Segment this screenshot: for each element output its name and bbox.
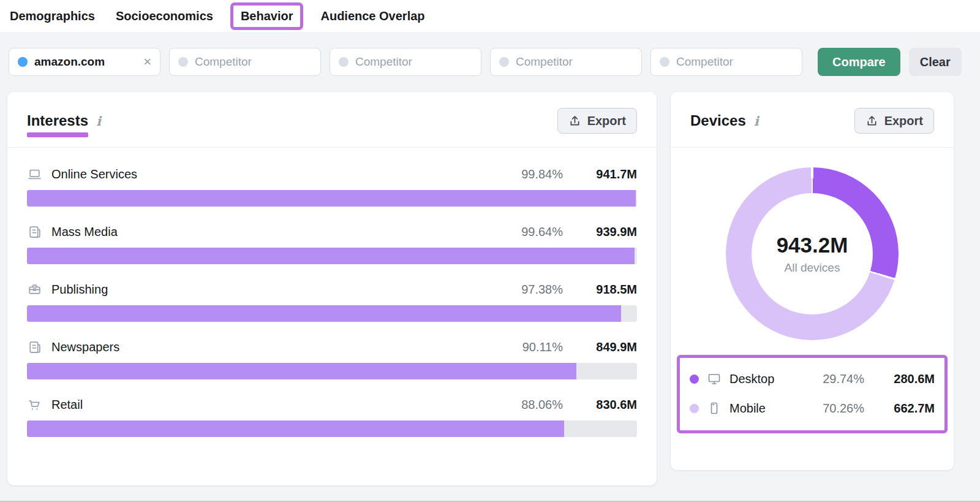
desktop-series-dot	[690, 375, 699, 384]
interests-export-button[interactable]: Export	[557, 108, 637, 134]
briefcase-icon	[27, 282, 42, 297]
interest-value: 849.9M	[583, 340, 637, 354]
interest-value: 830.6M	[583, 398, 637, 412]
devices-card: Devices i Export 943.2M All devices	[671, 92, 954, 470]
interest-label: Online Services	[51, 167, 137, 181]
interest-bar-track	[27, 420, 637, 437]
primary-domain-chip[interactable]: amazon.com ×	[9, 48, 160, 76]
competitor-input-3[interactable]	[490, 48, 642, 76]
interest-label: Retail	[51, 398, 83, 412]
compare-button[interactable]: Compare	[818, 48, 900, 76]
legend-value: 662.7M	[882, 401, 935, 416]
interest-row: Publishing 97.38% 918.5M	[27, 282, 637, 322]
domain-filter-row: amazon.com × Compare Clear	[0, 33, 980, 76]
interest-bar-fill	[27, 190, 636, 207]
interest-value: 939.9M	[583, 225, 637, 239]
legend-label: Mobile	[729, 401, 766, 416]
clear-button[interactable]: Clear	[909, 48, 962, 76]
monitor-icon	[707, 371, 722, 386]
devices-info-icon[interactable]: i	[754, 113, 759, 129]
interest-bar-fill	[27, 420, 564, 437]
interest-percent: 90.11%	[516, 340, 563, 354]
interest-percent: 97.38%	[516, 283, 563, 297]
interest-bar-track	[27, 363, 637, 379]
devices-card-header: Devices i Export	[671, 92, 954, 148]
interests-title-annotation-underline	[27, 132, 88, 137]
competitor-color-dot	[660, 57, 669, 67]
competitor-color-dot	[339, 57, 349, 67]
devices-total-label: All devices	[785, 261, 840, 275]
interest-bar-fill	[27, 248, 635, 264]
interest-value: 941.7M	[583, 167, 637, 181]
competitor-field-2[interactable]	[355, 55, 472, 69]
interest-bar-track	[27, 190, 637, 207]
competitor-input-1[interactable]	[169, 48, 321, 76]
legend-row-mobile: Mobile 70.26% 662.7M	[690, 394, 935, 423]
competitor-color-dot	[499, 57, 509, 67]
interests-card: Interests i Export Online Services 99.84…	[7, 92, 657, 485]
newspaper-icon	[27, 224, 42, 240]
interest-label: Mass Media	[51, 225, 118, 239]
devices-total-value: 943.2M	[777, 233, 848, 257]
legend-row-desktop: Desktop 29.74% 280.6M	[690, 364, 935, 394]
devices-export-button[interactable]: Export	[854, 108, 934, 134]
competitor-input-4[interactable]	[650, 48, 802, 76]
report-content: Interests i Export Online Services 99.84…	[0, 76, 980, 485]
devices-donut-center: 943.2M All devices	[752, 193, 873, 314]
legend-percent: 29.74%	[823, 372, 864, 386]
interests-title: Interests	[27, 112, 88, 129]
interests-card-header: Interests i Export	[7, 92, 657, 148]
primary-domain-label: amazon.com	[34, 55, 137, 69]
newspaper-icon	[27, 340, 42, 355]
export-upload-icon	[865, 115, 878, 127]
phone-icon	[707, 401, 722, 416]
report-tabs-bar: Demographics Socioeconomics Behavior Aud…	[0, 0, 980, 33]
export-label: Export	[587, 114, 626, 128]
legend-value: 280.6M	[882, 372, 935, 386]
interest-percent: 99.64%	[516, 225, 563, 239]
competitor-field-1[interactable]	[195, 55, 312, 69]
interest-percent: 99.84%	[516, 167, 563, 181]
tab-demographics[interactable]: Demographics	[10, 9, 95, 23]
interest-label: Publishing	[51, 283, 108, 297]
interest-value: 918.5M	[583, 283, 637, 297]
interests-info-icon[interactable]: i	[96, 113, 101, 129]
devices-legend-annotation-box: Desktop 29.74% 280.6M Mobile 70.26% 662.…	[677, 355, 948, 433]
competitor-input-2[interactable]	[330, 48, 481, 76]
devices-title: Devices	[690, 112, 746, 129]
export-upload-icon	[568, 115, 581, 127]
competitor-field-4[interactable]	[676, 55, 793, 69]
competitor-color-dot	[178, 57, 188, 67]
devices-donut-chart: 943.2M All devices	[671, 167, 954, 340]
laptop-icon	[27, 167, 42, 182]
interest-row: Retail 88.06% 830.6M	[27, 397, 637, 437]
devices-donut-ring: 943.2M All devices	[726, 167, 899, 340]
tab-audience-overlap[interactable]: Audience Overlap	[320, 9, 424, 23]
interest-percent: 88.06%	[516, 398, 563, 412]
domain-color-dot	[18, 57, 28, 67]
shopping-cart-icon	[27, 397, 42, 413]
remove-domain-icon[interactable]: ×	[143, 55, 151, 69]
interest-row: Mass Media 99.64% 939.9M	[27, 224, 637, 264]
interest-row: Online Services 99.84% 941.7M	[27, 167, 637, 207]
legend-label: Desktop	[729, 372, 774, 386]
tab-socioeconomics[interactable]: Socioeconomics	[116, 9, 213, 23]
interest-bar-fill	[27, 305, 621, 322]
interest-label: Newspapers	[51, 340, 119, 354]
interest-bar-track	[27, 248, 637, 264]
mobile-series-dot	[690, 404, 699, 413]
legend-percent: 70.26%	[823, 401, 864, 416]
interest-row: Newspapers 90.11% 849.9M	[27, 340, 637, 379]
interests-rows: Online Services 99.84% 941.7M Mass Media…	[7, 148, 657, 437]
interest-bar-fill	[27, 363, 576, 379]
tab-behavior[interactable]: Behavior	[241, 9, 293, 23]
export-label: Export	[884, 114, 923, 128]
behavior-tab-annotation-box: Behavior	[230, 2, 304, 30]
competitor-field-3[interactable]	[516, 55, 633, 69]
interest-bar-track	[27, 305, 637, 322]
